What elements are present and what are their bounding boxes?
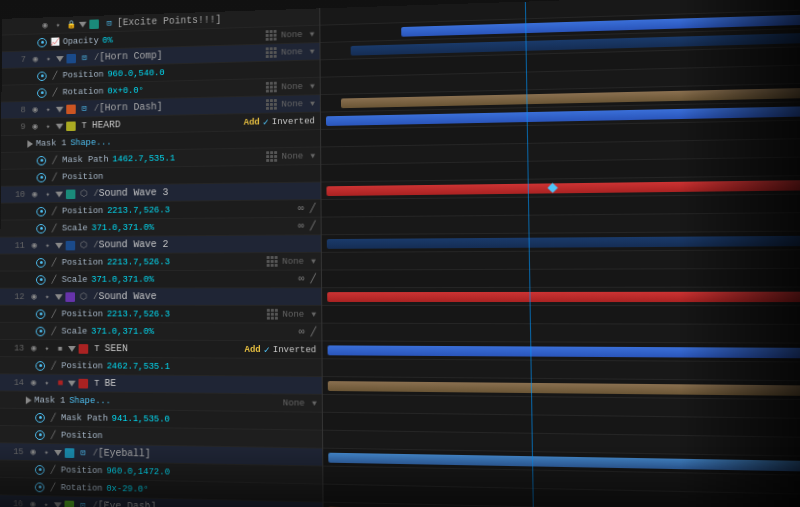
timeline-row [322,268,800,288]
text-icon: T [79,120,90,132]
property-value[interactable]: 0x+0.0° [107,85,143,95]
timeline-bar[interactable] [327,235,800,249]
layer-num: 11 [8,241,25,251]
infinity-icon: ∞ [298,274,304,285]
none-label: None [282,256,304,266]
comp-icon: ⊡ [79,52,90,64]
solo-icon[interactable]: ✦ [43,121,54,133]
property-label: Scale [62,275,88,285]
expand-icon[interactable] [56,123,64,129]
stopwatch-icon[interactable] [36,258,46,268]
property-label: Position [63,69,104,79]
property-label: Mask 1 [34,395,65,405]
shape-icon: ⬡ [78,188,90,200]
graph-icon: 📈 [50,36,61,48]
property-value[interactable]: 2213.7,526.3 [107,257,170,267]
graph-icon: ╱ [49,171,60,182]
layer-num: 12 [8,292,25,302]
graph-icon: ╱ [49,205,60,216]
visibility-icon[interactable]: ◉ [39,20,50,32]
infinity-icon: ∞ [298,221,304,232]
layer-name[interactable]: Sound Wave 3 [99,187,169,198]
stopwatch-icon[interactable] [36,275,46,285]
visibility-icon[interactable]: ◉ [29,104,40,115]
property-label: Opacity [63,36,99,46]
property-label: Position [61,430,103,440]
main-container: ◉ ✦ 🔒 ⊡ [Excite Points!!!] 📈 Opacity 0% [0,0,800,507]
comp-icon: ⊡ [79,103,90,115]
expand-icon[interactable] [55,191,63,197]
property-value[interactable]: 371.0,371.0% [92,223,155,233]
expand-icon[interactable] [56,56,64,62]
comp-icon: ⊡ [104,17,115,29]
layer-num: 10 [8,190,25,200]
timeline-wrapper: ◉ ✦ 🔒 ⊡ [Excite Points!!!] 📈 Opacity 0% [0,0,800,507]
stopwatch-icon[interactable] [37,155,46,165]
property-label: Scale [62,223,88,233]
stopwatch-icon[interactable] [37,71,46,81]
solo-icon[interactable]: ✦ [43,104,54,116]
property-label: Position [62,172,103,182]
layer-name[interactable]: [Horn Comp] [99,50,162,62]
property-label: Scale [61,326,87,336]
solo-icon[interactable]: ✦ [42,188,53,199]
property-value[interactable]: 371.0,371.0% [91,274,154,284]
property-label: Rotation [63,86,104,96]
property-label: Position [62,206,103,216]
property-value[interactable]: 2462.7,535.1 [107,361,170,371]
solo-icon[interactable]: ✦ [42,240,53,251]
timeline-panel [320,0,800,507]
timeline-bar[interactable] [327,292,800,302]
layer-num: 13 [7,343,24,353]
property-value: Shape... [69,396,111,406]
layer-color [66,53,76,63]
graph-icon: ╱ [49,70,60,82]
layer-name[interactable]: BE [105,378,117,389]
property-label: Mask Path [62,154,108,164]
expand-icon[interactable] [55,242,63,248]
property-label: Position [62,257,103,267]
property-value[interactable]: 960.0,540.0 [107,68,164,79]
table-row: 11 ◉ ✦ ⬡ / Sound Wave 2 [0,235,321,254]
stopwatch-icon[interactable] [36,206,46,216]
visibility-icon[interactable]: ◉ [30,53,41,65]
expand-icon[interactable] [79,21,87,27]
expand-icon[interactable] [56,106,64,112]
lock-icon[interactable]: 🔒 [66,19,77,31]
visibility-icon[interactable]: ◉ [29,240,40,251]
graph-icon: ╱ [49,87,60,99]
layer-color [66,121,76,131]
layer-name[interactable]: [Horn Dash] [99,102,163,114]
solo-icon[interactable]: ✦ [43,53,54,65]
property-value[interactable]: 371.0,371.0% [91,326,154,336]
layer-name[interactable]: HEARD [92,120,121,131]
layer-num: 7 [9,55,26,65]
layer-num [19,26,36,27]
layer-name[interactable]: Sound Wave [98,291,156,302]
table-row: ╱ Scale 371.0,371.0% ∞ ╱ [0,271,321,289]
property-value: Shape... [70,137,111,147]
layer-color [66,189,76,199]
property-value[interactable]: 1462.7,535.1 [112,153,175,164]
property-label: Position [61,361,103,371]
solo-icon[interactable]: ✦ [52,19,63,31]
stopwatch-icon[interactable] [37,88,46,98]
property-label: Mask Path [61,413,108,423]
stopwatch-icon[interactable] [36,223,46,233]
stopwatch-icon[interactable] [37,172,46,182]
visibility-icon[interactable]: ◉ [29,189,40,200]
layer-name[interactable]: Sound Wave 2 [99,239,169,250]
property-value[interactable]: 2213.7,526.3 [107,205,170,215]
stopwatch-icon[interactable] [37,37,46,47]
layer-panel: ◉ ✦ 🔒 ⊡ [Excite Points!!!] 📈 Opacity 0% [0,8,324,507]
expand-icon[interactable] [27,140,33,148]
property-value[interactable]: 2213.7,526.3 [107,309,170,319]
layer-num: 8 [9,105,26,115]
layer-num: 14 [7,378,24,388]
graph-icon: ╱ [49,154,60,166]
layer-name[interactable]: SEEN [105,343,128,354]
table-row: ╱ Position 2213.7,526.3 None ▼ [0,306,321,324]
property-value[interactable]: 0% [102,35,112,45]
visibility-icon[interactable]: ◉ [29,121,40,132]
property-label: Mask 1 [36,138,67,148]
